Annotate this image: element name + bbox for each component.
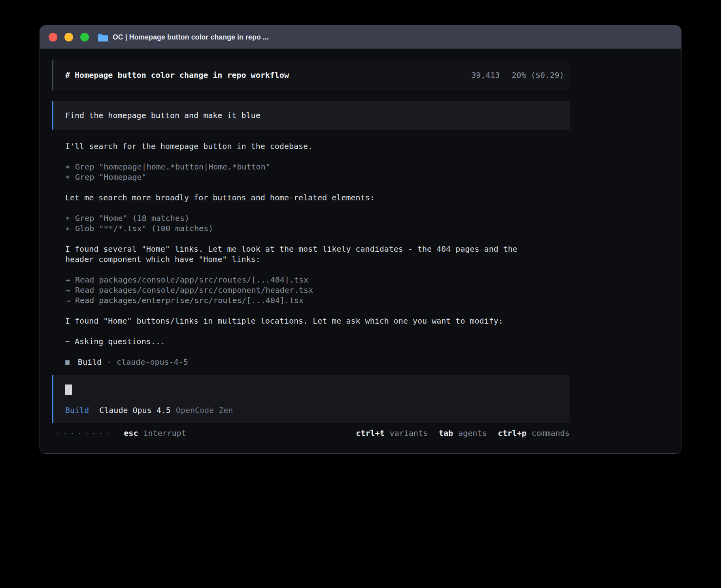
close-button[interactable] bbox=[49, 33, 57, 41]
user-message-text: Find the homepage button and make it blu… bbox=[65, 111, 260, 120]
tool-call-icon: ∗ bbox=[65, 224, 70, 233]
status-left: ········ esc interrupt bbox=[52, 428, 186, 438]
tool-call-line: ∗Grep "Home" (18 matches) bbox=[65, 213, 570, 223]
token-count: 39,413 bbox=[471, 70, 500, 80]
arrow-right-icon: → bbox=[65, 296, 70, 305]
variants-label: variants bbox=[390, 428, 428, 438]
file-read-text: Read packages/console/app/src/routes/[..… bbox=[75, 275, 308, 285]
tool-call-text: Grep "Home" (18 matches) bbox=[75, 213, 189, 223]
tool-call-icon: ∗ bbox=[65, 172, 70, 182]
commands-label: commands bbox=[532, 428, 570, 438]
session-header: # Homepage button color change in repo w… bbox=[52, 60, 570, 90]
assistant-text: Let me search more broadly for buttons a… bbox=[65, 192, 570, 203]
minimize-button[interactable] bbox=[64, 33, 73, 41]
tool-call-group: ∗Grep "Home" (18 matches) ∗Glob "**/*.ts… bbox=[65, 213, 570, 234]
file-read-text: Read packages/enterprise/src/routes/[...… bbox=[75, 296, 304, 305]
assistant-text: I'll search for the homepage button in t… bbox=[65, 141, 570, 151]
assistant-text: header component which have "Home" links… bbox=[65, 254, 570, 264]
file-read-line: →Read packages/console/app/src/component… bbox=[65, 285, 570, 295]
tool-call-line: ∗Grep "homepage|home.*button|Home.*butto… bbox=[65, 162, 570, 172]
assistant-response: I'll search for the homepage button in t… bbox=[52, 141, 570, 367]
tool-call-line: ∗Grep "Homepage" bbox=[65, 172, 570, 182]
assistant-text: I found "Home" buttons/links in multiple… bbox=[65, 316, 570, 326]
tool-call-text: Glob "**/*.tsx" (100 matches) bbox=[75, 224, 213, 233]
tool-call-icon: ∗ bbox=[65, 162, 70, 172]
agent-icon: ▣ bbox=[65, 357, 70, 367]
assistant-text: I found several "Home" links. Let me loo… bbox=[65, 244, 570, 254]
traffic-lights bbox=[49, 33, 89, 41]
file-read-line: →Read packages/console/app/src/routes/[.… bbox=[65, 275, 570, 285]
provider-label: OpenCode Zen bbox=[176, 405, 233, 415]
interrupt-label: interrupt bbox=[143, 428, 186, 438]
agent-row: ▣ Build · claude-opus-4-5 bbox=[65, 357, 570, 367]
file-read-group: →Read packages/console/app/src/routes/[.… bbox=[65, 275, 570, 305]
arrow-right-icon: → bbox=[65, 285, 70, 295]
user-message: Find the homepage button and make it blu… bbox=[52, 101, 570, 130]
input-footer: Build Claude Opus 4.5 OpenCode Zen bbox=[65, 405, 564, 415]
progress-dots: ········ bbox=[56, 428, 113, 438]
agent-name: Build bbox=[78, 357, 102, 367]
arrow-right-icon: → bbox=[65, 275, 70, 285]
shortcut-agents: tab agents bbox=[439, 428, 487, 438]
file-read-line: →Read packages/enterprise/src/routes/[..… bbox=[65, 295, 570, 305]
agents-label: agents bbox=[458, 428, 487, 438]
ctrl-p-key-hint: ctrl+p bbox=[498, 428, 526, 438]
agent-model: claude-opus-4-5 bbox=[117, 357, 188, 367]
prompt-input[interactable]: Build Claude Opus 4.5 OpenCode Zen bbox=[52, 375, 570, 423]
tool-call-icon: ∗ bbox=[65, 213, 70, 223]
terminal-window: OC | Homepage button color change in rep… bbox=[40, 25, 681, 454]
file-read-text: Read packages/console/app/src/component/… bbox=[75, 285, 313, 295]
asking-status: ~ Asking questions... bbox=[65, 336, 570, 347]
model-label: Claude Opus 4.5 bbox=[99, 405, 171, 415]
shortcut-variants: ctrl+t variants bbox=[356, 428, 428, 438]
status-bar: ········ esc interrupt ctrl+t variants t… bbox=[52, 428, 570, 438]
tool-call-line: ∗Glob "**/*.tsx" (100 matches) bbox=[65, 223, 570, 234]
zoom-button[interactable] bbox=[80, 33, 89, 41]
window-title: OC | Homepage button color change in rep… bbox=[113, 33, 269, 41]
terminal-content: # Homepage button color change in repo w… bbox=[40, 49, 681, 453]
window-titlebar[interactable]: OC | Homepage button color change in rep… bbox=[40, 26, 681, 49]
session-stats: 39,413 20% ($0.29) bbox=[471, 70, 564, 80]
status-right: ctrl+t variants tab agents ctrl+p comman… bbox=[345, 428, 570, 438]
shortcut-commands: ctrl+p commands bbox=[498, 428, 570, 438]
text-cursor bbox=[65, 384, 72, 395]
folder-icon bbox=[98, 33, 108, 41]
tool-call-text: Grep "Homepage" bbox=[75, 172, 147, 182]
esc-key-hint: esc bbox=[124, 428, 138, 438]
context-cost: 20% ($0.29) bbox=[512, 70, 564, 80]
assistant-paragraph: I found several "Home" links. Let me loo… bbox=[65, 244, 570, 264]
dot-separator: · bbox=[107, 357, 111, 367]
tab-key-hint: tab bbox=[439, 428, 453, 438]
ctrl-t-key-hint: ctrl+t bbox=[356, 428, 384, 438]
tool-call-text: Grep "homepage|home.*button|Home.*button… bbox=[75, 162, 270, 172]
mode-label: Build bbox=[65, 405, 89, 415]
tool-call-group: ∗Grep "homepage|home.*button|Home.*butto… bbox=[65, 162, 570, 182]
session-title: # Homepage button color change in repo w… bbox=[65, 70, 289, 80]
